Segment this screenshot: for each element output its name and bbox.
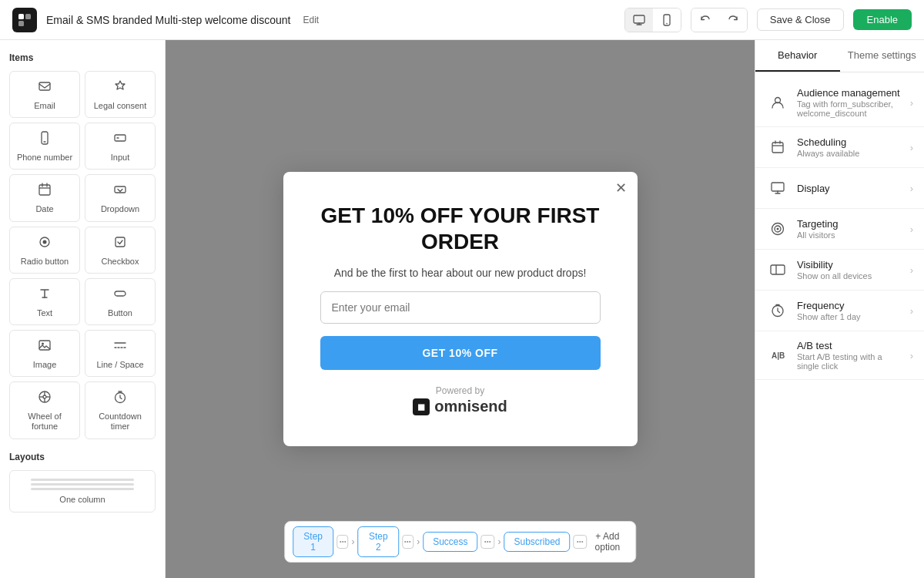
item-dropdown-label: Dropdown: [101, 204, 139, 214]
popup-modal: ✕ GET 10% OFF YOUR FIRST ORDER And be th…: [283, 172, 638, 446]
svg-point-34: [344, 541, 346, 543]
svg-rect-3: [634, 15, 644, 23]
panel-row-scheduling[interactable]: Scheduling Always available ›: [755, 127, 924, 168]
save-close-button[interactable]: Save & Close: [757, 8, 844, 31]
brand-name: omnisend: [434, 398, 507, 415]
item-radio-button[interactable]: Radio button: [9, 227, 80, 274]
svg-rect-6: [39, 82, 50, 90]
panel-row-ab-test[interactable]: A|B A/B test Start A/B testing with a si…: [755, 331, 924, 380]
svg-rect-9: [115, 135, 126, 141]
item-line-space[interactable]: Line / Space: [85, 330, 156, 377]
line-space-icon: [113, 338, 127, 356]
add-option-btn[interactable]: + Add option: [588, 527, 628, 556]
button-icon: [113, 287, 127, 304]
item-date[interactable]: Date: [9, 174, 80, 221]
display-icon: [766, 176, 789, 200]
item-email[interactable]: Email: [9, 71, 80, 118]
svg-rect-45: [772, 143, 783, 153]
scheduling-sub: Always available: [797, 149, 902, 158]
item-checkbox[interactable]: Checkbox: [85, 227, 156, 274]
step-btn-step2[interactable]: Step 2: [357, 526, 399, 557]
svg-point-42: [580, 541, 581, 543]
edit-link[interactable]: Edit: [303, 15, 319, 25]
svg-point-40: [489, 541, 490, 543]
frequency-icon: [766, 299, 789, 322]
item-phone-number-label: Phone number: [17, 153, 72, 163]
audience-management-icon: [766, 91, 789, 114]
panel-row-targeting[interactable]: Targeting All visitors ›: [755, 209, 924, 250]
redo-btn[interactable]: [719, 8, 747, 32]
frequency-sub: Show after 1 day: [797, 312, 902, 321]
item-line-space-label: Line / Space: [96, 360, 143, 370]
step-arrow-3: ›: [497, 536, 500, 547]
undo-btn[interactable]: [691, 8, 719, 32]
item-radio-button-label: Radio button: [21, 257, 69, 267]
audience-management-title: Audience management: [797, 87, 902, 99]
item-text[interactable]: Text: [9, 278, 80, 325]
main-layout: Items EmailLegal consentPhone numberInpu…: [0, 40, 924, 578]
item-phone-number[interactable]: Phone number: [9, 123, 80, 170]
item-button-label: Button: [108, 308, 132, 318]
app-logo: [12, 8, 37, 32]
layout-one-column[interactable]: One column: [9, 470, 156, 512]
step-dots-success[interactable]: [480, 535, 494, 549]
scheduling-title: Scheduling: [797, 136, 902, 148]
ab-test-sub: Start A/B testing with a single click: [797, 352, 902, 371]
audience-management-sub: Tag with form_subscriber, welcome_discou…: [797, 99, 902, 118]
svg-rect-0: [18, 14, 24, 19]
items-grid: EmailLegal consentPhone numberInputDateD…: [9, 71, 156, 439]
item-image-label: Image: [33, 360, 57, 370]
scheduling-chevron: ›: [910, 142, 913, 153]
frequency-title: Frequency: [797, 300, 902, 311]
step-item-subscribed: Subscribed: [504, 532, 587, 552]
step-arrow-1: ›: [351, 536, 354, 547]
svg-point-36: [407, 541, 409, 543]
item-email-label: Email: [34, 101, 55, 111]
svg-rect-2: [18, 21, 24, 26]
step-item-step2: Step 2: [357, 526, 413, 557]
visibility-icon: [766, 258, 789, 281]
step-btn-subscribed[interactable]: Subscribed: [504, 532, 570, 552]
dropdown-icon: [113, 183, 127, 200]
mobile-device-btn[interactable]: [653, 8, 681, 32]
popup-cta-btn[interactable]: GET 10% OFF: [320, 336, 601, 370]
display-chevron: ›: [910, 183, 913, 194]
right-panel-tabs: BehaviorTheme settings: [755, 40, 924, 72]
item-legal-consent[interactable]: Legal consent: [85, 71, 156, 118]
step-dots-step2[interactable]: [402, 535, 413, 549]
tab-theme-settings[interactable]: Theme settings: [840, 40, 925, 72]
panel-row-audience-management[interactable]: Audience management Tag with form_subscr…: [755, 79, 924, 127]
item-wheel-of-fortune[interactable]: Wheel of fortune: [9, 381, 80, 439]
svg-rect-18: [116, 237, 125, 247]
item-legal-consent-label: Legal consent: [94, 101, 147, 111]
item-date-label: Date: [35, 204, 53, 214]
popup-subtitle: And be the first to hear about our new p…: [334, 267, 587, 279]
step-dots-step1[interactable]: [337, 535, 349, 549]
tab-behavior[interactable]: Behavior: [755, 40, 840, 72]
image-icon: [38, 338, 52, 356]
panel-row-display[interactable]: Display ›: [755, 168, 924, 209]
item-input-label: Input: [111, 153, 129, 163]
powered-by-area: Powered by ◼ omnisend: [413, 385, 507, 415]
svg-rect-19: [115, 291, 126, 296]
item-image[interactable]: Image: [9, 330, 80, 377]
campaign-title: Email & SMS branded Multi-step welcome d…: [46, 14, 290, 26]
item-dropdown[interactable]: Dropdown: [85, 174, 156, 221]
targeting-title: Targeting: [797, 218, 902, 230]
item-button[interactable]: Button: [85, 278, 156, 325]
step-bar: Step 1›Step 2›Success›Subscribed+ Add op…: [284, 521, 636, 563]
enable-button[interactable]: Enable: [853, 9, 912, 30]
step-btn-success[interactable]: Success: [423, 532, 477, 552]
email-input[interactable]: [320, 291, 601, 324]
svg-rect-1: [25, 14, 31, 19]
step-btn-step1[interactable]: Step 1: [293, 526, 334, 557]
desktop-device-btn[interactable]: [625, 8, 653, 32]
panel-row-frequency[interactable]: Frequency Show after 1 day ›: [755, 291, 924, 331]
step-dots-subscribed[interactable]: [574, 535, 588, 549]
panel-row-visibility[interactable]: Visibility Show on all devices ›: [755, 250, 924, 291]
popup-close-btn[interactable]: ✕: [615, 181, 627, 195]
item-input[interactable]: Input: [85, 123, 156, 170]
item-countdown-timer-label: Countdown timer: [90, 412, 150, 432]
powered-by-label: Powered by: [436, 385, 484, 396]
item-countdown-timer[interactable]: Countdown timer: [85, 381, 156, 439]
